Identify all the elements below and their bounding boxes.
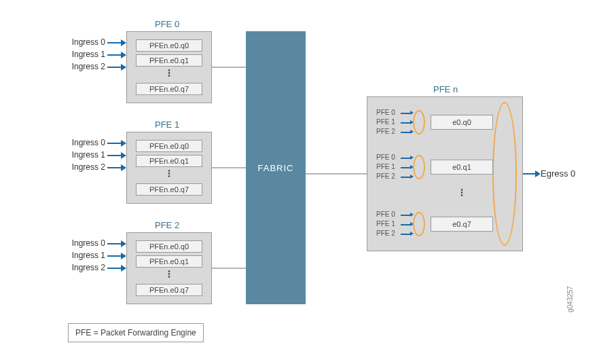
g2-queue: e0.q7 [431, 217, 493, 232]
g1-a2 [401, 177, 410, 178]
g0-src2: PFE 2 [376, 128, 395, 135]
g1-a0 [401, 158, 410, 159]
g0-src1: PFE 1 [376, 118, 395, 126]
pfe1-in2-arrow [107, 167, 121, 168]
g2-src2: PFE 2 [376, 230, 395, 237]
g0-a2 [401, 132, 410, 133]
g1-sched-icon [413, 155, 425, 179]
g0-a1 [401, 122, 410, 124]
g2-a2h [410, 232, 414, 236]
g2-sched-icon [413, 212, 425, 236]
pfe2-vdots: ••• [168, 270, 170, 278]
pfe0-fabric-conn [212, 67, 246, 68]
fabric-label: FABRIC [258, 163, 294, 173]
pfe1-in1-arrow-head [121, 152, 126, 159]
g0-src0: PFE 0 [376, 109, 395, 116]
pfe0-in1-label: Ingress 1 [65, 50, 105, 59]
g2-src0: PFE 0 [376, 211, 395, 218]
pfe0-title: PFE 0 [155, 19, 179, 29]
pfen-vdots: ••• [460, 189, 463, 197]
g0-sched-icon [413, 110, 425, 134]
pfe2-in0-arrow-head [121, 240, 126, 247]
pfe1-in2-arrow-head [121, 164, 126, 171]
g2-a0 [401, 215, 410, 216]
pfe0-vdots: ••• [168, 69, 170, 77]
egress-arrow [523, 173, 535, 175]
pfe0-q0: PFEn.e0.q0 [136, 39, 202, 52]
g0-queue: e0.q0 [431, 115, 493, 130]
pfe2-in2-label: Ingress 2 [65, 263, 105, 272]
pfe1-in1-arrow [107, 155, 121, 156]
pfe1-in1-label: Ingress 1 [65, 150, 105, 160]
fabric-pfen-conn [306, 173, 367, 175]
pfe1-fabric-conn [212, 167, 246, 168]
pfe2-in1-label: Ingress 1 [65, 251, 105, 260]
pfe0-in0-arrow-head [121, 39, 126, 46]
g1-src1: PFE 1 [376, 163, 395, 170]
pfe0-in1-arrow [107, 54, 121, 56]
pfe1-title: PFE 1 [155, 120, 179, 130]
g1-src2: PFE 2 [376, 172, 395, 180]
pfe2-fabric-conn [212, 268, 246, 269]
pfe0-in2-arrow [107, 67, 121, 68]
port-scheduler-icon [492, 102, 517, 246]
pfe1-q1: PFEn.e0.q1 [136, 155, 202, 167]
g1-a2h [410, 175, 414, 179]
pfe2-in2-arrow-head [121, 265, 126, 272]
g0-a2h [410, 130, 414, 134]
figure-id: g043257 [566, 286, 574, 312]
g2-a2 [401, 234, 410, 235]
g2-a1 [401, 224, 410, 225]
pfe2-in0-label: Ingress 0 [65, 238, 105, 248]
g1-a0h [410, 156, 414, 160]
pfe0-in2-arrow-head [121, 64, 126, 71]
pfen-title: PFE n [433, 84, 458, 94]
pfe2-q0: PFEn.e0.q0 [136, 240, 202, 253]
pfe1-in0-arrow-head [121, 140, 126, 147]
g1-src0: PFE 0 [376, 153, 395, 161]
g1-queue: e0.q1 [431, 160, 493, 175]
pfe2-in1-arrow [107, 255, 121, 257]
pfe1-q0: PFEn.e0.q0 [136, 140, 202, 152]
pfe2-in1-arrow-head [121, 253, 126, 259]
pfe1-q7: PFEn.e0.q7 [136, 183, 202, 196]
pfe0-q7: PFEn.e0.q7 [136, 83, 202, 95]
pfe2-title: PFE 2 [155, 220, 179, 230]
pfe0-in0-arrow [107, 42, 121, 43]
g0-a0 [401, 113, 410, 114]
fabric-block: FABRIC [246, 31, 306, 304]
pfe1-vdots: ••• [168, 170, 170, 178]
legend: PFE = Packet Forwarding Engine [68, 323, 204, 342]
pfe1-in0-arrow [107, 143, 121, 144]
pfe2-in0-arrow [107, 243, 121, 244]
pfe2-q1: PFEn.e0.q1 [136, 255, 202, 268]
egress-label: Egress 0 [541, 168, 575, 179]
egress-arrow-head [535, 170, 541, 177]
pfe0-q1: PFEn.e0.q1 [136, 54, 202, 67]
g1-a1 [401, 167, 410, 168]
pfe0-in2-label: Ingress 2 [65, 62, 105, 71]
pfe0-in0-label: Ingress 0 [65, 37, 105, 47]
g2-src1: PFE 1 [376, 220, 395, 228]
pfe2-in2-arrow [107, 268, 121, 269]
pfe1-in2-label: Ingress 2 [65, 162, 105, 172]
pfe2-q7: PFEn.e0.q7 [136, 284, 202, 296]
pfe1-in0-label: Ingress 0 [65, 138, 105, 147]
g0-a0h [410, 111, 414, 115]
pfe0-in1-arrow-head [121, 52, 126, 58]
g2-a0h [410, 213, 414, 217]
